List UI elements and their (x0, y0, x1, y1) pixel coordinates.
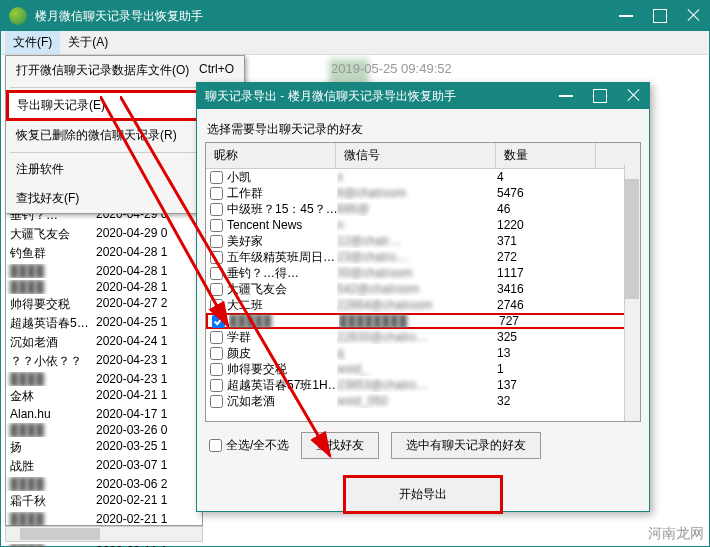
list-item[interactable]: 金林2020-04-21 1 (6, 387, 202, 406)
dialog-prompt: 选择需要导出聊天记录的好友 (205, 117, 641, 142)
vertical-scrollbar[interactable] (624, 165, 640, 421)
list-item[interactable]: 小凯x4 (206, 169, 640, 185)
list-item[interactable]: 帅得要交税2020-04-27 2 (6, 295, 202, 314)
row-checkbox[interactable] (210, 395, 223, 408)
close-icon[interactable] (627, 89, 641, 103)
list-item[interactable]: 大二班22864@chatroom2746 (206, 297, 640, 313)
row-checkbox[interactable] (210, 363, 223, 376)
find-friend-button[interactable]: 查找好友 (301, 432, 379, 459)
list-item[interactable]: █████████████727 (206, 313, 640, 329)
list-item[interactable]: Alan.hu2020-04-17 1 (6, 406, 202, 422)
timestamp-label: 2019-05-25 09:49:52 (331, 61, 452, 76)
select-has-chat-button[interactable]: 选中有聊天记录的好友 (391, 432, 541, 459)
list-item[interactable]: 沉如老酒2020-04-24 1 (6, 333, 202, 352)
maximize-icon[interactable] (653, 9, 667, 23)
list-item[interactable]: 扬2020-03-25 1 (6, 438, 202, 457)
export-friends-list: 昵称 微信号 数量 小凯x4工作群8@chatroom5476中级班？15：45… (205, 142, 641, 422)
friends-list: 好友 最近聊天时间 垂钓？…2020-04-29 0大疆飞友会2020-04-2… (5, 181, 203, 526)
row-checkbox[interactable] (210, 299, 223, 312)
minimize-icon[interactable] (559, 89, 573, 97)
menubar: 文件(F) 关于(A) (1, 31, 709, 55)
row-checkbox[interactable] (210, 267, 223, 280)
row-checkbox[interactable] (210, 219, 223, 232)
row-checkbox[interactable] (210, 171, 223, 184)
list-item[interactable]: 垂钓？…得…30@chatroom1117 (206, 265, 640, 281)
list-item[interactable]: 战胜2020-03-07 1 (6, 457, 202, 476)
list-item[interactable]: 大疆飞友会542@chatroom3416 (206, 281, 640, 297)
main-titlebar[interactable]: 楼月微信聊天记录导出恢复助手 (1, 1, 709, 31)
close-icon[interactable] (687, 9, 701, 23)
app-logo-icon (9, 7, 27, 25)
friends-rows[interactable]: 垂钓？…2020-04-29 0大疆飞友会2020-04-29 0钓鱼群2020… (6, 206, 202, 547)
list-item[interactable]: 霜千秋2020-02-21 1 (6, 492, 202, 511)
start-export-button[interactable]: 开始导出 (343, 475, 503, 514)
row-checkbox[interactable] (210, 379, 223, 392)
list-item[interactable]: 帅得要交税wxid_1 (206, 361, 640, 377)
horizontal-scrollbar[interactable] (5, 526, 203, 542)
select-all-checkbox[interactable]: 全选/全不选 (209, 437, 289, 454)
list-item[interactable]: 超越英语春57班1H…23853@chatro…137 (206, 377, 640, 393)
row-checkbox[interactable] (210, 251, 223, 264)
export-rows[interactable]: 小凯x4工作群8@chatroom5476中级班？15：45？…686@46Te… (206, 169, 640, 409)
row-checkbox[interactable] (210, 331, 223, 344)
minimize-icon[interactable] (619, 9, 633, 17)
list-item[interactable]: Tencent Newsn1220 (206, 217, 640, 233)
row-checkbox[interactable] (210, 203, 223, 216)
maximize-icon[interactable] (593, 89, 607, 103)
main-title: 楼月微信聊天记录导出恢复助手 (35, 8, 619, 25)
list-item[interactable]: ████2020-04-28 1 (6, 263, 202, 279)
select-all-input[interactable] (209, 439, 222, 452)
row-checkbox[interactable] (210, 187, 223, 200)
list-item[interactable]: 中级班？15：45？…686@46 (206, 201, 640, 217)
row-checkbox[interactable] (210, 235, 223, 248)
list-item[interactable]: 钓鱼群2020-04-28 1 (6, 244, 202, 263)
list-item[interactable]: ████2020-03-06 2 (6, 476, 202, 492)
col-count[interactable]: 数量 (496, 143, 596, 168)
row-checkbox[interactable] (210, 283, 223, 296)
menu-about[interactable]: 关于(A) (60, 31, 116, 54)
list-item[interactable]: 学群22630@chatro…325 (206, 329, 640, 345)
col-nickname[interactable]: 昵称 (206, 143, 336, 168)
export-dialog: 聊天记录导出 - 楼月微信聊天记录导出恢复助手 选择需要导出聊天记录的好友 昵称… (196, 82, 650, 512)
list-item[interactable]: 沉如老酒wxid_05032 (206, 393, 640, 409)
list-item[interactable]: 工作群8@chatroom5476 (206, 185, 640, 201)
list-item[interactable]: 大疆飞友会2020-04-29 0 (6, 225, 202, 244)
dialog-title: 聊天记录导出 - 楼月微信聊天记录导出恢复助手 (205, 88, 559, 105)
watermark-label: 河南龙网 (648, 525, 704, 543)
dialog-titlebar[interactable]: 聊天记录导出 - 楼月微信聊天记录导出恢复助手 (197, 83, 649, 109)
list-item[interactable]: ？？小依？？2020-04-23 1 (6, 352, 202, 371)
scrollbar-thumb[interactable] (20, 528, 100, 540)
list-item[interactable]: 美好家12@chatr…371 (206, 233, 640, 249)
list-item[interactable]: ████2020-04-28 1 (6, 279, 202, 295)
scrollbar-thumb[interactable] (625, 179, 639, 299)
export-list-header: 昵称 微信号 数量 (206, 143, 640, 169)
list-item[interactable]: ████2020-02-11 1 (6, 543, 202, 547)
list-item[interactable]: 超越英语春5…2020-04-25 1 (6, 314, 202, 333)
row-checkbox[interactable] (212, 315, 225, 328)
menu-file[interactable]: 文件(F) (5, 31, 60, 54)
list-item[interactable]: ████2020-02-21 1 (6, 511, 202, 527)
menu-open-db[interactable]: 打开微信聊天记录数据库文件(O) Ctrl+O (6, 56, 244, 85)
row-checkbox[interactable] (210, 347, 223, 360)
list-item[interactable]: 颜皮q13 (206, 345, 640, 361)
col-wxid[interactable]: 微信号 (336, 143, 496, 168)
list-item[interactable]: 五年级精英班周日…23@chatro…272 (206, 249, 640, 265)
list-item[interactable]: ████2020-04-23 1 (6, 371, 202, 387)
list-item[interactable]: ████2020-03-26 0 (6, 422, 202, 438)
